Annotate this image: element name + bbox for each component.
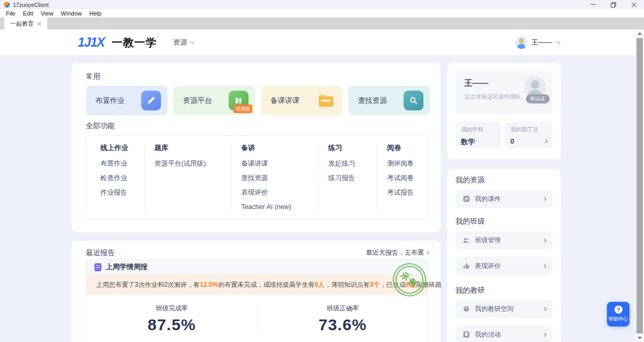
logo-brand: 一教一学 bbox=[112, 35, 157, 49]
stat-label: 班级正确率 bbox=[258, 304, 428, 313]
go-assign-link-label: 最近无报告，去布置 bbox=[366, 248, 424, 257]
menu-file[interactable]: File bbox=[2, 10, 19, 17]
page: 常用 布置作业 资源平台 试用版 bbox=[0, 55, 635, 342]
func-item[interactable]: Teacher AI (new) bbox=[241, 203, 318, 211]
panel-sidebar-sections: 我的资源 P 我的课件 我的班级 班级管理 bbox=[447, 169, 561, 342]
avatar bbox=[515, 36, 528, 49]
content-area: 1J1X® 一教一学® 资源 王—— 常用 布置作业 bbox=[0, 29, 635, 342]
scrollbar-thumb[interactable] bbox=[636, 38, 643, 333]
window-controls bbox=[583, 0, 644, 9]
func-item[interactable]: 布置作业 bbox=[100, 160, 144, 167]
report-stats: 班级完成率 87.5% 班级正确率 73.6% bbox=[86, 295, 428, 334]
chevron-right-icon bbox=[543, 197, 546, 200]
tab-yiqijiaoyu[interactable]: 一起教育 bbox=[4, 18, 47, 29]
app-header: 1J1X® 一教一学® 资源 王—— bbox=[0, 29, 635, 55]
help-center-button[interactable]: ? 帮助中心 bbox=[607, 302, 630, 326]
beans-value-row: 0 bbox=[510, 137, 547, 145]
func-item[interactable]: 考试报告 bbox=[387, 189, 428, 196]
card-prepare-lesson[interactable]: 备课讲课 bbox=[261, 86, 342, 115]
menubar: File Edit View Window Help bbox=[0, 9, 644, 18]
section-my-classes: 我的班级 bbox=[456, 217, 485, 226]
stat-accuracy: 班级正确率 73.6% bbox=[257, 304, 428, 334]
restore-button[interactable] bbox=[603, 0, 624, 9]
section-my-resources: 我的资源 bbox=[456, 175, 485, 185]
chevron-right-icon bbox=[543, 307, 546, 310]
sidebar-item-label: 班级管理 bbox=[475, 236, 501, 245]
beans-card[interactable]: 我的园丁豆 0 bbox=[505, 122, 552, 148]
func-item[interactable]: 表现评价 bbox=[241, 189, 318, 196]
func-col-prepare: 备讲 备课讲课 查找资源 表现评价 Teacher AI (new) bbox=[231, 143, 318, 212]
func-item[interactable]: 资源平台(试用版) bbox=[155, 160, 231, 167]
func-item[interactable]: 考试阅卷 bbox=[387, 174, 428, 182]
func-item[interactable]: 备课讲课 bbox=[241, 160, 318, 167]
func-item[interactable]: 测评阅卷 bbox=[387, 160, 428, 167]
close-icon bbox=[632, 2, 636, 7]
tab-label: 一起教育 bbox=[10, 20, 34, 28]
close-button[interactable] bbox=[624, 0, 644, 9]
func-item[interactable]: 练习报告 bbox=[328, 174, 377, 182]
courseware-icon: P bbox=[462, 195, 470, 203]
func-col-grading: 阅卷 测评阅卷 考试阅卷 考试报告 bbox=[377, 143, 428, 212]
trademark: ® bbox=[105, 35, 107, 39]
profile-card[interactable]: 王—— 北京市海淀区清华国际... 未认证 bbox=[456, 71, 552, 114]
report-doc-icon bbox=[94, 263, 101, 271]
func-item[interactable]: 查找资源 bbox=[241, 174, 318, 182]
card-label: 布置作业 bbox=[96, 96, 125, 106]
card-resource-platform[interactable]: 资源平台 试用版 bbox=[173, 86, 255, 115]
subject-card[interactable]: 我的学科 数学 bbox=[456, 122, 501, 148]
menu-help[interactable]: Help bbox=[85, 10, 105, 17]
chevron-right-icon bbox=[543, 332, 546, 336]
beans-value: 0 bbox=[510, 137, 514, 145]
section-my-research: 我的教研 bbox=[456, 286, 485, 295]
sidebar-item-research-space[interactable]: 我的教研空间 bbox=[456, 300, 552, 318]
func-item[interactable]: 作业报告 bbox=[100, 189, 144, 196]
scrollbar[interactable] bbox=[635, 29, 644, 342]
app-icon bbox=[4, 2, 10, 8]
func-col-header: 备讲 bbox=[241, 143, 318, 153]
user-name: 王—— bbox=[531, 38, 552, 47]
bookmark-icon bbox=[462, 331, 470, 339]
stat-completion: 班级完成率 87.5% bbox=[86, 304, 257, 334]
window-title: 17zuoyeClient bbox=[13, 2, 49, 8]
go-assign-link[interactable]: 最近无报告，去布置 bbox=[366, 248, 429, 257]
restore-icon bbox=[611, 2, 616, 8]
trial-badge: 试用版 bbox=[233, 105, 252, 113]
app-window: 17zuoyeClient File Edit View Window Help… bbox=[0, 0, 644, 342]
folder-icon bbox=[316, 91, 336, 110]
func-col-header: 练习 bbox=[328, 143, 377, 153]
nav-resource[interactable]: 资源 bbox=[173, 38, 193, 47]
menu-view[interactable]: View bbox=[37, 10, 57, 17]
books-icon: 试用版 bbox=[229, 91, 248, 110]
card-assign-homework[interactable]: 布置作业 bbox=[86, 86, 167, 115]
minimize-button[interactable] bbox=[583, 0, 603, 9]
summary-text: 上周您布置了3次作业和2次测评，有 bbox=[96, 280, 200, 289]
sidebar-item-performance-review[interactable]: 表现评价 bbox=[456, 257, 552, 275]
sidebar-item-class-management[interactable]: 班级管理 bbox=[456, 231, 552, 249]
menu-window[interactable]: Window bbox=[57, 10, 85, 17]
scroll-down-icon[interactable] bbox=[638, 337, 642, 339]
section-title-common: 常用 bbox=[86, 72, 100, 81]
func-item[interactable]: 发起练习 bbox=[328, 160, 377, 167]
menu-edit[interactable]: Edit bbox=[19, 10, 37, 17]
chevron-down-icon bbox=[190, 39, 194, 43]
sidebar-item-my-activities[interactable]: 我的活动 bbox=[456, 325, 552, 342]
user-menu[interactable]: 王—— bbox=[515, 36, 559, 49]
func-item[interactable]: 检查作业 bbox=[100, 174, 144, 182]
subject-label: 我的学科 bbox=[461, 126, 495, 133]
card-label: 资源平台 bbox=[183, 96, 212, 106]
scroll-up-icon[interactable] bbox=[638, 32, 642, 35]
weekly-report-card[interactable]: 上周学情周报 上周您布置了3次作业和2次测评，有12.5%的布置未完成，成绩待提… bbox=[86, 259, 428, 342]
chevron-right-icon bbox=[543, 238, 546, 242]
card-find-resources[interactable]: 查找资源 bbox=[348, 86, 430, 115]
tab-close-icon[interactable] bbox=[38, 22, 41, 26]
chevron-down-icon bbox=[556, 39, 560, 43]
quick-cards-row: 布置作业 资源平台 试用版 备课讲课 bbox=[86, 86, 430, 115]
sample-stamp-label: 示例 bbox=[399, 270, 420, 289]
sidebar-item-my-courseware[interactable]: P 我的课件 bbox=[456, 190, 552, 208]
summary-highlight: 12.5% bbox=[200, 281, 218, 288]
func-col-header: 题库 bbox=[155, 143, 231, 153]
sidebar-item-label: 表现评价 bbox=[475, 262, 501, 271]
trademark: ® bbox=[157, 35, 159, 39]
chevron-right-icon bbox=[426, 251, 429, 255]
minimize-icon bbox=[591, 4, 596, 5]
